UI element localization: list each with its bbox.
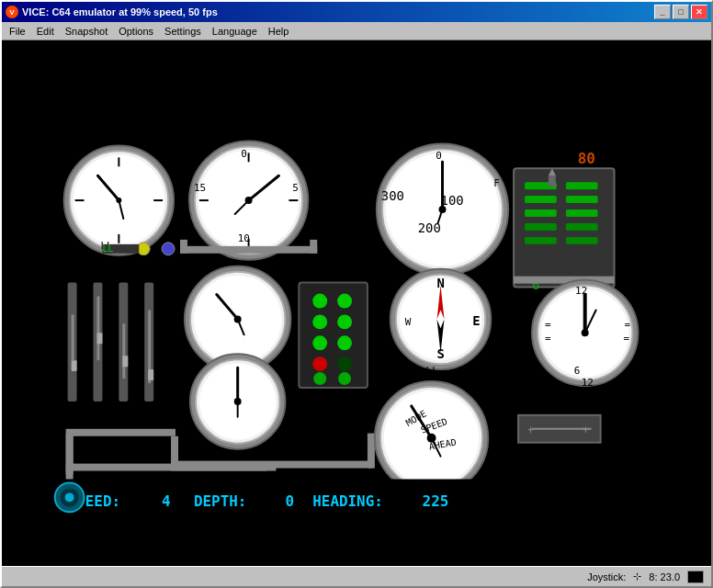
status-value: 8: 23.0: [649, 571, 680, 582]
title-text: V VICE: C64 emulator at 99% speed, 50 fp…: [6, 6, 218, 18]
svg-rect-52: [566, 182, 598, 189]
svg-rect-73: [148, 369, 153, 380]
svg-point-156: [65, 492, 74, 502]
close-button[interactable]: ✕: [691, 5, 707, 19]
svg-text:0: 0: [241, 148, 247, 160]
maximize-button[interactable]: □: [673, 5, 689, 19]
menu-edit[interactable]: Edit: [31, 24, 60, 39]
svg-point-120: [234, 398, 242, 405]
game-area: LL 0 5 10 15: [2, 40, 711, 566]
svg-point-82: [312, 294, 327, 309]
svg-point-91: [338, 372, 351, 385]
svg-point-85: [337, 314, 352, 329]
status-right: Joystick: ⊹ 8: 23.0: [587, 571, 704, 583]
svg-text:F: F: [493, 177, 500, 189]
menu-snapshot[interactable]: Snapshot: [60, 24, 113, 39]
svg-rect-57: [549, 175, 556, 187]
svg-point-83: [337, 294, 352, 309]
svg-text:=: =: [624, 319, 630, 331]
svg-text:15: 15: [194, 182, 206, 194]
svg-text:=: =: [545, 319, 551, 331]
svg-rect-81: [299, 283, 368, 388]
svg-rect-51: [525, 237, 557, 244]
svg-point-43: [439, 206, 447, 213]
joystick-icon: ⊹: [633, 571, 641, 582]
svg-point-141: [427, 434, 436, 443]
svg-point-25: [245, 197, 253, 204]
svg-rect-123: [171, 436, 178, 464]
svg-rect-48: [525, 196, 557, 203]
svg-rect-27: [180, 240, 187, 254]
title-bar: V VICE: C64 emulator at 99% speed, 50 fp…: [2, 2, 711, 22]
svg-text:6: 6: [574, 365, 581, 377]
svg-text:12: 12: [582, 377, 594, 389]
menu-help[interactable]: Help: [263, 24, 295, 39]
svg-rect-64: [72, 360, 77, 371]
svg-rect-128: [171, 461, 372, 469]
svg-text:80: 80: [578, 150, 595, 167]
svg-text:DEPTH:: DEPTH:: [194, 492, 246, 510]
main-window: V VICE: C64 emulator at 99% speed, 50 fp…: [0, 0, 713, 588]
svg-rect-55: [566, 223, 598, 231]
svg-rect-67: [96, 333, 102, 344]
svg-text:LL: LL: [102, 243, 113, 254]
game-display: LL 0 5 10 15: [2, 40, 711, 566]
menu-file[interactable]: File: [4, 24, 31, 39]
svg-point-87: [337, 335, 352, 350]
svg-point-114: [582, 329, 589, 336]
svg-text:HEADING:: HEADING:: [312, 492, 383, 510]
svg-rect-70: [122, 356, 128, 367]
svg-rect-49: [525, 209, 557, 217]
svg-rect-53: [566, 196, 598, 203]
svg-point-10: [116, 198, 121, 203]
app-icon: V: [6, 6, 18, 18]
svg-point-29: [137, 243, 150, 255]
svg-rect-56: [566, 237, 598, 244]
svg-rect-69: [122, 323, 125, 379]
menu-bar: File Edit Snapshot Options Settings Lang…: [2, 22, 711, 40]
svg-text:=: =: [545, 333, 551, 345]
svg-point-30: [162, 243, 175, 255]
svg-point-86: [312, 335, 327, 350]
svg-text:225: 225: [423, 492, 449, 510]
menu-settings[interactable]: Settings: [159, 24, 207, 39]
menu-language[interactable]: Language: [207, 24, 263, 39]
svg-point-88: [312, 356, 327, 371]
svg-rect-28: [310, 240, 317, 254]
svg-point-90: [313, 372, 326, 385]
svg-text:4: 4: [162, 492, 171, 510]
status-bar: Joystick: ⊹ 8: 23.0: [2, 566, 711, 586]
svg-text:300: 300: [381, 188, 404, 203]
svg-rect-63: [72, 314, 74, 360]
svg-point-79: [234, 315, 242, 322]
svg-point-89: [337, 356, 352, 371]
svg-rect-54: [566, 209, 598, 217]
svg-text:=: =: [623, 333, 629, 345]
svg-text:5: 5: [292, 182, 299, 194]
window-controls: _ □ ✕: [654, 5, 707, 19]
svg-point-84: [312, 314, 327, 329]
svg-text:LL: LL: [426, 365, 439, 377]
color-indicator: [687, 571, 704, 583]
svg-rect-26: [180, 246, 317, 254]
svg-text:E: E: [472, 313, 480, 328]
svg-text:100: 100: [441, 193, 464, 208]
svg-text:0: 0: [285, 492, 294, 510]
svg-rect-121: [66, 429, 175, 436]
svg-rect-127: [66, 434, 74, 475]
svg-rect-50: [525, 223, 557, 231]
svg-text:0: 0: [436, 150, 442, 162]
window-title: VICE: C64 emulator at 99% speed, 50 fps: [22, 6, 218, 17]
svg-rect-66: [96, 297, 99, 361]
menu-options[interactable]: Options: [113, 24, 159, 39]
joystick-label: Joystick:: [587, 571, 626, 582]
minimize-button[interactable]: _: [654, 5, 671, 19]
svg-text:W: W: [405, 316, 412, 328]
